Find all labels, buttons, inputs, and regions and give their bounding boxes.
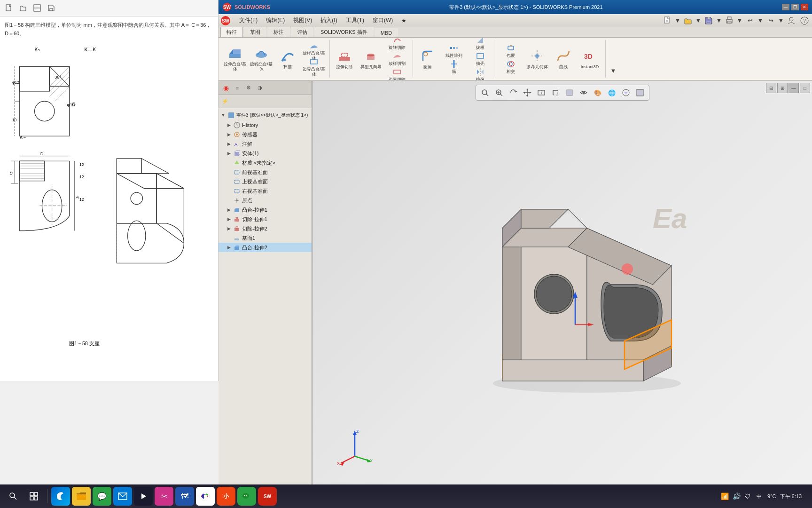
sweep-button[interactable]: 扫描 — [275, 42, 300, 76]
tab-markup[interactable]: 标注 — [267, 27, 290, 37]
qa-new-dropdown[interactable]: ▼ — [675, 15, 680, 26]
network-icon[interactable]: 📶 — [721, 492, 729, 500]
menu-insert[interactable]: 插入(I) — [317, 15, 341, 26]
filter-tree-button[interactable]: ⚡ — [220, 97, 230, 106]
section-view-button[interactable] — [535, 87, 547, 99]
qa-new[interactable] — [662, 15, 673, 26]
taskbar-solidworks[interactable]: SW — [258, 487, 277, 506]
sound-icon[interactable]: 🔊 — [733, 492, 741, 500]
cut-boundary-button[interactable]: 边界切除 — [384, 67, 410, 80]
tab-evaluate[interactable]: 评估 — [291, 27, 313, 37]
qa-redo[interactable]: ↪ — [765, 15, 776, 26]
minimize-button[interactable]: — — [782, 4, 789, 10]
draft-button[interactable]: 拔模 — [468, 38, 493, 51]
qa-save-dropdown[interactable]: ▼ — [716, 15, 722, 26]
view-orientation-button[interactable] — [549, 87, 562, 99]
system-time[interactable]: 下午 6:13 — [780, 493, 802, 500]
security-icon[interactable]: 🛡 — [744, 492, 751, 500]
tab-mbd[interactable]: MBD — [375, 28, 398, 37]
taskbar-capture[interactable]: ✂ — [155, 487, 173, 506]
viewport-maximize[interactable]: — — [789, 83, 799, 93]
zoom-button[interactable] — [493, 87, 505, 99]
taskbar-wechat-work[interactable]: 💬 — [93, 487, 111, 506]
tree-item-front-plane[interactable]: 前视基准面 — [219, 167, 312, 177]
taskbar-explorer[interactable] — [72, 487, 91, 506]
taskbar-maps[interactable]: 🗺 — [175, 487, 194, 506]
taskbar-wechat[interactable] — [237, 487, 256, 506]
hole-wizard-button[interactable]: 异型孔向导 — [358, 42, 383, 76]
viewport-split-h[interactable]: ⊟ — [766, 83, 776, 93]
new-button[interactable] — [4, 3, 14, 13]
edit-button[interactable] — [32, 3, 42, 13]
tree-item-right-plane[interactable]: 右视基准面 — [219, 186, 312, 196]
pan-button[interactable] — [521, 87, 533, 99]
tree-item-origin[interactable]: 原点 — [219, 196, 312, 205]
tree-item-material[interactable]: 材质 <未指定> — [219, 158, 312, 167]
fillet-button[interactable]: 圆角 — [415, 42, 440, 76]
close-button[interactable]: ✕ — [801, 4, 808, 10]
linear-pattern-button[interactable]: 线性阵列 — [441, 43, 467, 59]
display-more-button[interactable] — [634, 87, 646, 99]
hide-show-button[interactable] — [578, 87, 590, 99]
display-style-button[interactable] — [563, 87, 576, 99]
menu-view[interactable]: 视图(V) — [289, 15, 316, 26]
taskbar-edge[interactable] — [51, 487, 70, 506]
qa-print-dropdown[interactable]: ▼ — [737, 15, 742, 26]
taskbar-task-view[interactable] — [24, 487, 43, 506]
qa-undo-dropdown[interactable]: ▼ — [757, 15, 763, 26]
ref-geom-button[interactable]: 参考几何体 — [524, 42, 550, 76]
menu-tools[interactable]: 工具(T) — [342, 15, 368, 26]
zoom-to-fit-button[interactable] — [479, 87, 491, 99]
ribbon-more-button[interactable]: ▼ — [608, 65, 619, 76]
tree-item-sensors[interactable]: ▶ 传感器 — [219, 130, 312, 139]
cut-revolve-button[interactable]: 旋转切除 — [384, 38, 410, 51]
menu-more[interactable]: ★ — [398, 16, 410, 25]
qa-user[interactable] — [786, 15, 797, 26]
menu-file[interactable]: 文件(F) — [235, 15, 261, 26]
qa-help[interactable]: ? — [799, 15, 810, 26]
curves-button[interactable]: 曲线 — [551, 42, 576, 76]
tree-item-boss-extrude2[interactable]: ▶ 凸台-拉伸2 — [219, 243, 312, 252]
rotate-button[interactable] — [507, 87, 519, 99]
tab-sketch[interactable]: 草图 — [244, 27, 266, 37]
cut-extrude-button[interactable]: 拉伸切除 — [332, 42, 357, 76]
property-tab[interactable]: ≡ — [233, 83, 242, 93]
revolve-boss-button[interactable]: 旋转凸台/基体 — [249, 42, 274, 76]
tree-item-solids[interactable]: ▶ 实体(1) — [219, 149, 312, 158]
scene-button[interactable]: 🌐 — [606, 87, 618, 99]
boss-extrude-button[interactable]: 拉伸凸台/基体 — [222, 42, 248, 76]
menu-window[interactable]: 窗口(W) — [369, 15, 397, 26]
wrap-button[interactable]: 包覆 — [498, 43, 523, 59]
tree-item-annotations[interactable]: ▶ A 注解 — [219, 139, 312, 149]
qa-print[interactable] — [724, 15, 735, 26]
edit-appearance-button[interactable]: 🎨 — [592, 87, 604, 99]
taskbar-chrome[interactable] — [196, 487, 215, 506]
qa-undo[interactable]: ↩ — [744, 15, 756, 26]
intersect-button[interactable]: 相交 — [498, 59, 523, 75]
taskbar-mail[interactable] — [113, 487, 132, 506]
taskbar-media[interactable] — [134, 487, 153, 506]
boundary-boss-button[interactable]: 边界凸台/基体 — [301, 59, 327, 75]
panel-resize-handle[interactable] — [216, 0, 221, 381]
tree-root[interactable]: ▼ 零件3 (默认<<默认>_显示状态 1>) — [219, 110, 312, 120]
realview-button[interactable] — [620, 87, 632, 99]
rib-button[interactable]: 筋 — [441, 59, 467, 75]
tree-item-cut-extrude2[interactable]: ▶ 切除-拉伸2 — [219, 224, 312, 233]
taskbar-app1[interactable]: 小 — [217, 487, 235, 506]
save-button[interactable] — [46, 3, 56, 13]
config-tab[interactable]: ⚙ — [244, 83, 253, 93]
qa-open[interactable] — [682, 15, 694, 26]
tree-item-base-flange[interactable]: 基面1 — [219, 233, 312, 243]
tab-features[interactable]: 特征 — [220, 27, 243, 37]
restore-button[interactable]: ❐ — [791, 4, 799, 10]
feature-tree-tab[interactable]: ◉ — [221, 83, 231, 93]
qa-redo-dropdown[interactable]: ▼ — [778, 15, 784, 26]
open-button[interactable] — [18, 3, 28, 13]
qa-open-dropdown[interactable]: ▼ — [695, 15, 701, 26]
taskbar-search[interactable] — [4, 487, 23, 506]
tree-item-cut-extrude1[interactable]: ▶ 切除-拉伸1 — [219, 214, 312, 224]
qa-save[interactable] — [703, 15, 714, 26]
viewport-split-v[interactable]: ⊞ — [777, 83, 788, 93]
viewport-3d[interactable]: 🎨 🌐 ⊟ ⊞ — □ — [312, 81, 812, 484]
input-method[interactable]: 中 — [755, 492, 764, 501]
